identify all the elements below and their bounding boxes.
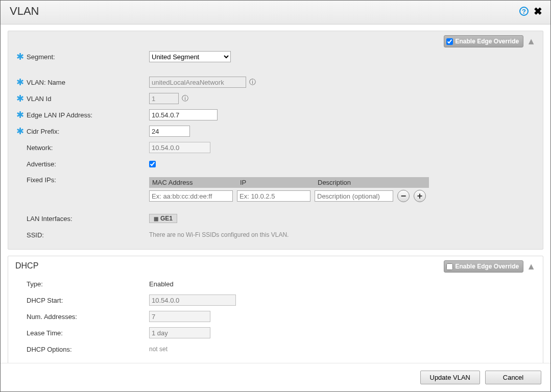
close-icon[interactable]: ✖ (532, 5, 544, 17)
dhcp-num-input (149, 311, 210, 322)
override-label: Enable Edge Override (455, 263, 519, 270)
add-fixed-ip-button[interactable]: + (414, 190, 426, 202)
required-icon: ✱ (15, 52, 25, 61)
lan-interface-tag[interactable]: ▦ GE1 (149, 214, 177, 223)
dhcp-options-value: not set (149, 346, 167, 353)
vlan-dialog: VLAN ? ✖ Enable Edge Override ▲ ✱ Segm (0, 0, 551, 392)
dhcp-title: DHCP (15, 261, 38, 271)
dhcp-section: DHCP Enable Edge Override ▲ ✱ Type: Enab… (8, 256, 543, 363)
required-icon: ✱ (15, 110, 25, 119)
fixed-ips-row: − + (149, 190, 429, 202)
edge-ip-label: Edge LAN IP Address: (27, 111, 149, 119)
vlan-section: Enable Edge Override ▲ ✱ Segment: United… (8, 31, 543, 250)
col-mac: MAC Address (149, 177, 237, 188)
warning-icon: ▲ (526, 261, 536, 272)
override-checkbox-vlan[interactable] (446, 38, 453, 45)
grid-icon: ▦ (154, 216, 158, 222)
info-icon[interactable]: ⓘ (182, 94, 188, 103)
advertise-checkbox[interactable] (149, 161, 156, 167)
required-icon: ✱ (15, 78, 25, 87)
update-vlan-button[interactable]: Update VLAN (420, 371, 481, 384)
dhcp-num-label: Num. Addresses: (27, 313, 149, 321)
vlan-id-label: VLAN Id (27, 95, 149, 103)
vlan-id-input[interactable] (149, 93, 179, 104)
info-icon[interactable]: ⓘ (249, 78, 256, 87)
enable-edge-override-dhcp[interactable]: Enable Edge Override (444, 260, 523, 273)
dhcp-start-label: DHCP Start: (27, 297, 149, 304)
fixed-desc-input[interactable] (315, 190, 393, 202)
cidr-label: Cidr Prefix: (27, 128, 149, 135)
fixed-ip-input[interactable] (237, 190, 310, 202)
dhcp-lease-label: Lease Time: (27, 329, 149, 337)
network-input (149, 142, 210, 153)
dialog-title: VLAN (10, 5, 39, 18)
titlebar-icons: ? ✖ (519, 5, 544, 17)
advertise-label: Advertise: (27, 160, 149, 168)
help-icon[interactable]: ? (519, 7, 529, 16)
dhcp-start-input (149, 295, 236, 306)
fixed-mac-input[interactable] (149, 190, 233, 202)
ssid-label: SSID: (27, 231, 149, 239)
ssid-none-text: There are no Wi-Fi SSIDs configured on t… (149, 231, 289, 238)
cancel-button[interactable]: Cancel (485, 371, 541, 384)
vlan-name-input[interactable] (149, 77, 246, 88)
dhcp-lease-input (149, 327, 210, 338)
segment-label: Segment: (27, 53, 149, 61)
dialog-footer: Update VLAN Cancel (1, 363, 550, 391)
override-label: Enable Edge Override (455, 38, 519, 45)
fixed-ips-header: MAC Address IP Description (149, 177, 429, 188)
edge-ip-input[interactable] (149, 109, 218, 120)
lan-interface-name: GE1 (160, 215, 173, 222)
required-icon: ✱ (15, 94, 25, 103)
network-label: Network: (27, 144, 149, 152)
titlebar: VLAN ? ✖ (1, 1, 550, 24)
col-ip: IP (237, 177, 315, 188)
segment-select[interactable]: United Segment (149, 51, 231, 62)
lan-if-label: LAN Interfaces: (27, 215, 149, 223)
vlan-name-label: VLAN: Name (27, 79, 149, 86)
fixed-ips-label: Fixed IPs: (27, 176, 149, 184)
dialog-body: Enable Edge Override ▲ ✱ Segment: United… (1, 24, 550, 363)
col-desc: Description (315, 177, 429, 188)
override-group-vlan: Enable Edge Override ▲ (444, 35, 536, 47)
override-group-dhcp: Enable Edge Override ▲ (444, 260, 536, 273)
remove-fixed-ip-button[interactable]: − (397, 190, 410, 202)
required-icon: ✱ (15, 127, 25, 136)
override-checkbox-dhcp[interactable] (446, 263, 453, 270)
cidr-input[interactable] (149, 126, 190, 137)
dhcp-type-value: Enabled (149, 280, 174, 288)
dhcp-options-label: DHCP Options: (27, 346, 149, 353)
enable-edge-override-vlan[interactable]: Enable Edge Override (444, 35, 523, 47)
dhcp-type-label: Type: (27, 280, 149, 288)
warning-icon: ▲ (526, 36, 536, 47)
